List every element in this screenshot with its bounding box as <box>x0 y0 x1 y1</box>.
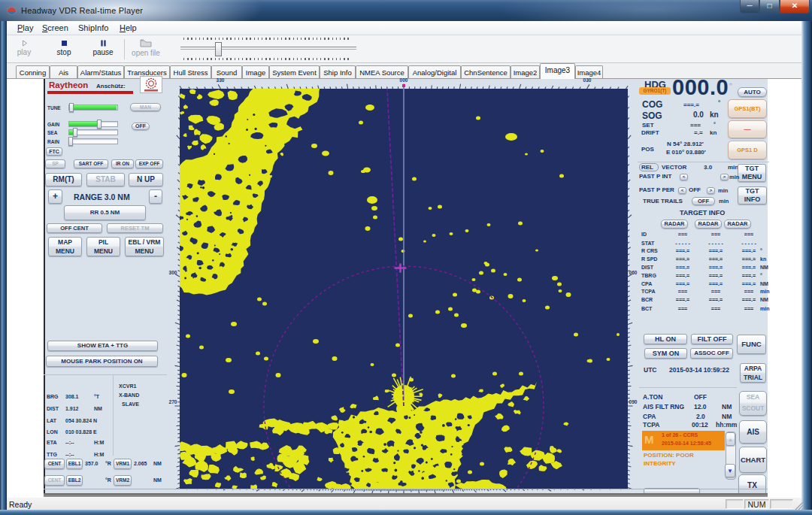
svg-text:300: 300 <box>169 270 177 275</box>
svg-text:000: 000 <box>400 78 408 83</box>
svg-text:030: 030 <box>583 78 592 83</box>
svg-text:060: 060 <box>629 270 638 275</box>
svg-text:330: 330 <box>217 78 225 83</box>
svg-text:090: 090 <box>629 399 638 404</box>
svg-text:270: 270 <box>169 399 177 404</box>
